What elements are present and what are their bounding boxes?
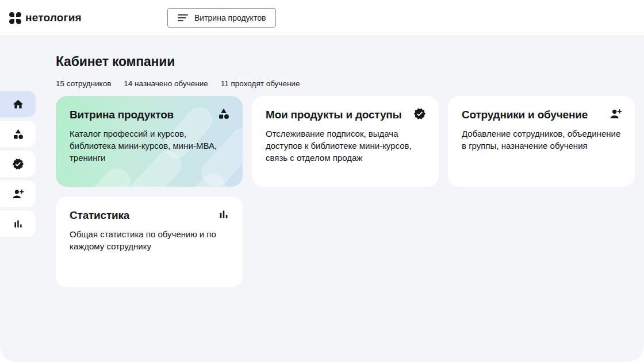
home-icon bbox=[12, 98, 24, 110]
verified-badge-icon bbox=[413, 107, 426, 120]
netology-logo-icon bbox=[9, 12, 21, 24]
netology-logo[interactable]: нетология bbox=[9, 0, 82, 36]
sidebar-item-my-products[interactable] bbox=[0, 151, 36, 177]
app-window: нетология Витрина продуктов Кабинет комп… bbox=[0, 0, 644, 362]
page-title: Кабинет компании bbox=[56, 54, 635, 70]
card-description: Добавление сотрудников, объединение в гр… bbox=[462, 128, 621, 152]
sidebar-item-employees[interactable] bbox=[0, 180, 36, 207]
person-add-icon bbox=[12, 188, 24, 200]
card-description: Каталог профессий и курсов, библиотека м… bbox=[70, 128, 229, 164]
verified-badge-icon bbox=[12, 158, 24, 170]
card-title: Витрина продуктов bbox=[70, 108, 207, 122]
bar-chart-icon bbox=[12, 218, 24, 230]
card-title: Статистика bbox=[70, 209, 207, 222]
stat-in-training: 11 проходят обучение bbox=[221, 79, 300, 88]
shapes-icon bbox=[12, 128, 24, 140]
bar-chart-icon bbox=[217, 208, 230, 221]
sidebar-item-home[interactable] bbox=[0, 91, 36, 117]
sort-lines-icon bbox=[178, 14, 188, 21]
card-product-showcase[interactable]: Витрина продуктов Каталог профессий и ку… bbox=[56, 96, 243, 187]
decorative-petal bbox=[74, 163, 136, 187]
showcase-button-label: Витрина продуктов bbox=[194, 13, 266, 22]
sidebar bbox=[0, 91, 36, 240]
card-description: Отслеживание подписок, выдача доступов к… bbox=[266, 128, 425, 164]
card-statistics[interactable]: Статистика Общая статистика по обучению … bbox=[56, 197, 243, 287]
card-title: Мои продукты и доступы bbox=[266, 108, 403, 122]
sidebar-item-showcase[interactable] bbox=[0, 121, 36, 147]
logo-text: нетология bbox=[25, 11, 82, 24]
company-stats: 15 сотрудников 14 назначено обучение 11 … bbox=[56, 79, 635, 88]
card-title: Сотрудники и обучение bbox=[462, 108, 599, 122]
card-description: Общая статистика по обучению и по каждом… bbox=[70, 228, 229, 252]
main-content: Кабинет компании 15 сотрудников 14 назна… bbox=[56, 54, 635, 287]
stat-employees: 15 сотрудников bbox=[56, 79, 111, 88]
card-employees-training[interactable]: Сотрудники и обучение Добавление сотрудн… bbox=[448, 96, 635, 187]
card-my-products[interactable]: Мои продукты и доступы Отслеживание подп… bbox=[252, 96, 439, 187]
showcase-button[interactable]: Витрина продуктов bbox=[167, 8, 276, 28]
sidebar-item-statistics[interactable] bbox=[0, 210, 36, 237]
shapes-icon bbox=[217, 107, 230, 120]
dashboard-cards: Витрина продуктов Каталог профессий и ку… bbox=[56, 96, 635, 287]
topbar: нетология Витрина продуктов bbox=[0, 0, 644, 36]
person-add-icon bbox=[610, 107, 622, 120]
stat-assigned-training: 14 назначено обучение bbox=[124, 79, 208, 88]
